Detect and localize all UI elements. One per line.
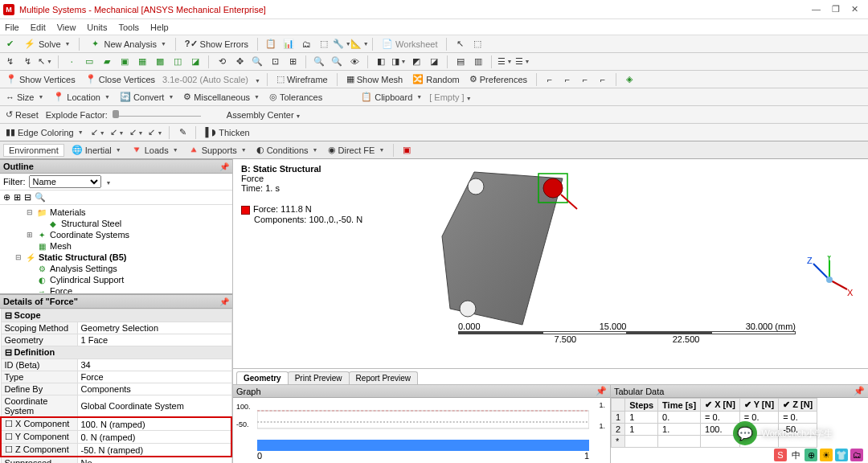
elem-icon[interactable]: ▩ xyxy=(154,55,166,68)
menu-units[interactable]: Units xyxy=(87,23,107,32)
iso-icon[interactable]: ◧ xyxy=(375,55,387,68)
scale-dropdown[interactable] xyxy=(253,75,260,84)
outline-tree[interactable]: Filter: Name ⊕ ⊞ ⊟ 🔍 ⊟📁Materials◆Structu… xyxy=(0,174,232,294)
pen-icon[interactable]: ✎ xyxy=(176,126,189,139)
random-button[interactable]: 🔀 Random xyxy=(410,73,462,85)
tb-icon[interactable]: 🔧 xyxy=(335,38,348,51)
loads-button[interactable]: 🔻 Loads xyxy=(129,144,181,156)
directfe-button[interactable]: ◉ Direct FE xyxy=(326,144,387,156)
table-row[interactable]: 211.100.0.-50. xyxy=(612,424,817,436)
check-icon[interactable]: ✔ xyxy=(3,38,16,51)
details-row[interactable]: ⊟ Definition xyxy=(1,346,231,359)
filter-select[interactable]: Name xyxy=(29,175,101,188)
thicken-button[interactable]: ▌◗ Thicken xyxy=(203,126,252,138)
maximize-button[interactable]: ❐ xyxy=(832,4,840,14)
tab-geometry[interactable]: Geometry xyxy=(236,371,289,384)
pan-icon[interactable]: ✥ xyxy=(233,55,246,68)
tb-icon[interactable]: 📋 xyxy=(264,38,277,51)
tb-icon[interactable]: ⬚ xyxy=(471,38,484,51)
view-icon[interactable]: ◪ xyxy=(428,55,440,68)
graph-pin-icon[interactable]: 📌 xyxy=(596,386,607,396)
cube-icon[interactable]: ◈ xyxy=(623,73,636,86)
zoom-icon[interactable]: 🔍 xyxy=(330,55,343,68)
body-icon[interactable]: ▣ xyxy=(118,55,131,68)
location-button[interactable]: 📍 Location xyxy=(51,91,113,103)
details-row[interactable]: ☐ Z Component-50. N (ramped) xyxy=(1,444,231,457)
cursor-icon[interactable]: ↖ xyxy=(453,38,466,51)
close-button[interactable]: ✕ xyxy=(851,4,858,14)
reset-button[interactable]: ↺ Reset xyxy=(3,109,41,121)
fit-icon[interactable]: ⊞ xyxy=(286,55,299,68)
axis-icon[interactable]: ⌐ xyxy=(596,73,609,86)
details-row[interactable]: SuppressedNo xyxy=(1,457,231,463)
axis-icon[interactable]: ⌐ xyxy=(561,73,574,86)
tree-node[interactable]: ⊟⚡Static Structural (B5) xyxy=(3,252,229,263)
view-icon[interactable]: ◨ xyxy=(392,55,405,68)
sel-icon[interactable]: ◫ xyxy=(171,55,184,68)
view-icon[interactable]: ☰ xyxy=(516,55,529,68)
edge-opt[interactable]: ↙ xyxy=(148,127,162,137)
view-icon[interactable]: ◩ xyxy=(410,55,423,68)
tb-icon[interactable]: ▣ xyxy=(400,144,413,157)
sel-icon[interactable]: ↯ xyxy=(21,55,34,68)
tree-node[interactable]: ◐Cylindrical Support xyxy=(3,274,229,285)
tab-report-preview[interactable]: Report Preview xyxy=(349,371,418,384)
show-vertices-button[interactable]: 📍 Show Vertices xyxy=(3,73,78,85)
tree-btn[interactable]: 🔍 xyxy=(35,192,46,203)
edge-opt[interactable]: ↙ xyxy=(129,127,144,137)
tree-btn[interactable]: ⊞ xyxy=(14,192,21,203)
minimize-button[interactable]: — xyxy=(812,4,821,14)
zoom-icon[interactable]: 🔍 xyxy=(251,55,264,68)
tree-node[interactable]: ◆Structural Steel xyxy=(3,218,229,229)
vertex-icon[interactable]: ⬝ xyxy=(65,55,78,68)
inertial-button[interactable]: 🌐 Inertial xyxy=(69,144,124,156)
misc-button[interactable]: ⚙ Miscellaneous xyxy=(181,91,262,103)
clipboard-button[interactable]: 📋 Clipboard xyxy=(358,91,424,103)
menu-edit[interactable]: Edit xyxy=(31,23,46,32)
zoom-box-icon[interactable]: ⊡ xyxy=(268,55,281,68)
menu-help[interactable]: Help xyxy=(150,23,169,32)
view-icon[interactable]: ☰ xyxy=(498,55,511,68)
details-pin-icon[interactable]: 📌 xyxy=(219,297,229,306)
preferences-button[interactable]: ⚙ Preferences xyxy=(467,73,530,85)
menu-view[interactable]: View xyxy=(57,23,76,32)
tree-node[interactable]: →Force xyxy=(3,285,229,294)
show-mesh-button[interactable]: ▦ Show Mesh xyxy=(344,73,405,85)
orientation-triad[interactable]: Y X Z xyxy=(805,256,854,304)
menu-file[interactable]: File xyxy=(5,23,19,32)
tabular-pin-icon[interactable]: 📌 xyxy=(854,386,865,396)
tb-icon[interactable]: 📊 xyxy=(282,38,295,51)
tree-node[interactable]: ▦Mesh xyxy=(3,240,229,252)
view-icon[interactable]: ▥ xyxy=(472,55,485,68)
tree-btn[interactable]: ⊕ xyxy=(3,192,10,203)
close-vertices-button[interactable]: 📍 Close Vertices xyxy=(83,73,158,85)
edge-coloring-button[interactable]: ▮▮ Edge Coloring xyxy=(3,126,86,138)
details-row[interactable]: Geometry1 Face xyxy=(1,334,231,346)
table-row[interactable]: * xyxy=(612,436,817,448)
menu-tools[interactable]: Tools xyxy=(118,23,139,32)
outline-pin-icon[interactable]: 📌 xyxy=(219,162,229,171)
new-analysis-button[interactable]: ✦New Analysis xyxy=(86,37,168,51)
view-icon[interactable]: ▤ xyxy=(454,55,467,68)
details-row[interactable]: ☐ X Component100. N (ramped) xyxy=(1,417,231,431)
supports-button[interactable]: 🔺 Supports xyxy=(186,144,249,156)
graphics-canvas[interactable]: B: Static Structural Force Time: 1. s Fo… xyxy=(233,159,868,368)
axis-icon[interactable]: ⌐ xyxy=(543,73,556,86)
edge-opt[interactable]: ↙ xyxy=(91,127,105,137)
tolerances-button[interactable]: ◎ Tolerances xyxy=(267,91,325,103)
details-row[interactable]: Scoping MethodGeometry Selection xyxy=(1,322,231,334)
tb-icon[interactable]: 📐 xyxy=(353,38,366,51)
details-panel[interactable]: ⊟ ScopeScoping MethodGeometry SelectionG… xyxy=(0,309,232,463)
details-row[interactable]: ☐ Y Component0. N (ramped) xyxy=(1,431,231,444)
graph-body[interactable]: 100. -50. 1. 1. 01 xyxy=(233,398,610,463)
clipboard-empty[interactable]: [ Empty ] xyxy=(429,92,471,102)
details-row[interactable]: ⊟ Scope xyxy=(1,309,231,322)
details-row[interactable]: Define ByComponents xyxy=(1,383,231,395)
wireframe-button[interactable]: ⬚ Wireframe xyxy=(274,73,330,85)
explode-slider[interactable] xyxy=(113,113,201,117)
zoom-icon[interactable]: 🔍 xyxy=(313,55,326,68)
worksheet-button[interactable]: 📄 Worksheet xyxy=(379,38,440,50)
tb-icon[interactable]: ⬚ xyxy=(317,38,330,51)
rotate-icon[interactable]: ⟲ xyxy=(215,55,228,68)
node-icon[interactable]: ▦ xyxy=(136,55,149,68)
